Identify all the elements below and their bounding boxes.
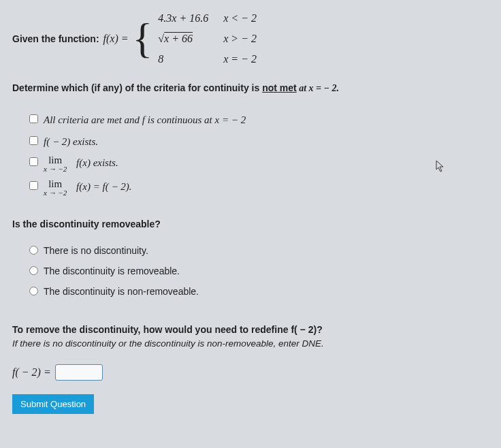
removable-label-1: There is no discontinuity. [44,244,148,258]
removable-question: Is the discontinuity removeable? [12,217,489,231]
case2-cond: x > − 2 [223,31,257,47]
criteria-checkbox-4[interactable] [29,181,38,190]
removable-label-3: The discontinuity is non-removeable. [44,285,199,299]
case3-expr: 8 [158,51,208,67]
criteria-label-3: limx → −2 f(x) exists. [44,155,118,173]
case1-cond: x < − 2 [223,10,257,27]
redefine-question: To remove the discontinuity, how would y… [12,323,489,337]
case3-cond: x = − 2 [223,51,257,67]
criteria-options: All criteria are met and f is continuous… [29,112,489,197]
criteria-label-2: f( − 2) exists. [44,134,98,150]
redefine-hint: If there is no discontinuity or the disc… [12,337,489,351]
criteria-label-1: All criteria are met and f is continuous… [44,112,246,128]
removable-radio-2[interactable] [29,266,38,275]
submit-button[interactable]: Submit Question [12,394,94,414]
case2-expr: √x + 66 [158,31,208,47]
continuity-question: Determine which (if any) of the criteria… [12,81,489,95]
left-brace-icon: { [133,20,153,58]
removable-label-2: The discontinuity is removeable. [44,264,180,278]
criteria-checkbox-2[interactable] [29,136,38,145]
removable-radio-1[interactable] [29,246,38,255]
criteria-checkbox-1[interactable] [29,114,38,123]
cursor-icon [436,160,445,177]
criteria-label-4: limx → −2 f(x) = f( − 2). [44,179,132,197]
criteria-checkbox-3[interactable] [29,157,38,166]
fx-equals: f(x) = [103,31,129,47]
answer-label: f( − 2) = [12,364,51,381]
removable-radio-3[interactable] [29,287,38,295]
given-label: Given the function: [12,32,99,46]
answer-input[interactable] [55,364,103,381]
piecewise-function: { 4.3x + 16.6 x < − 2 √x + 66 x > − 2 8 … [133,10,257,67]
case1-expr: 4.3x + 16.6 [158,10,208,27]
removable-options: There is no discontinuity. The discontin… [29,244,489,299]
